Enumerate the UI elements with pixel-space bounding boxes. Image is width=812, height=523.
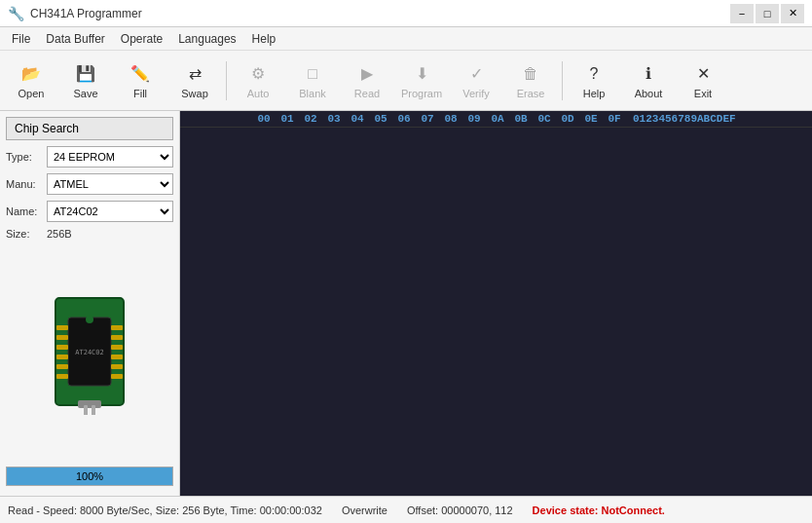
svg-rect-10 [111, 325, 123, 330]
fill-icon: ✏️ [129, 62, 152, 86]
exit-button[interactable]: ✕Exit [678, 56, 728, 106]
blank-label: Blank [299, 88, 326, 99]
swap-icon: ⇄ [183, 62, 206, 86]
menu-item-data-buffer[interactable]: Data Buffer [38, 30, 112, 48]
save-button[interactable]: 💾Save [60, 56, 111, 106]
manu-select[interactable]: ATMEL [47, 173, 173, 195]
header-col-0F: 0F [604, 113, 625, 125]
menu-item-operate[interactable]: Operate [113, 30, 170, 48]
header-col-0C: 0C [534, 113, 555, 125]
help-label: Help [583, 88, 606, 99]
offset-info: Offset: 00000070, 112 [407, 504, 513, 516]
svg-rect-4 [56, 325, 68, 330]
save-icon: 💾 [74, 62, 97, 86]
overwrite-status: Overwrite [342, 504, 388, 516]
header-col-0B: 0B [510, 113, 532, 125]
erase-button: 🗑Erase [505, 56, 556, 106]
name-row: Name: AT24C02 [6, 201, 173, 222]
toolbar: 📂Open💾Save✏️Fill⇄Swap⚙Auto□Blank▶Read⬇Pr… [0, 51, 812, 111]
menu-bar: FileData BufferOperateLanguagesHelp [0, 27, 812, 51]
header-col-03: 03 [323, 113, 345, 125]
program-icon: ⬇ [410, 62, 433, 86]
main-content: Chip Search Type: 24 EEPROM Manu: ATMEL … [0, 111, 812, 496]
fill-button[interactable]: ✏️Fill [115, 56, 166, 106]
erase-icon: 🗑 [519, 62, 542, 86]
close-button[interactable]: ✕ [781, 4, 804, 23]
exit-label: Exit [694, 88, 712, 99]
read-button: ▶Read [342, 56, 392, 106]
svg-rect-18 [92, 405, 95, 415]
title-bar-controls: − □ ✕ [730, 4, 804, 23]
menu-item-languages[interactable]: Languages [170, 30, 243, 48]
type-row: Type: 24 EEPROM [6, 146, 173, 168]
verify-icon: ✓ [464, 62, 488, 86]
type-select[interactable]: 24 EEPROM [47, 146, 173, 168]
header-col-05: 05 [370, 113, 391, 125]
help-button[interactable]: ?Help [569, 56, 619, 106]
menu-item-file[interactable]: File [4, 30, 38, 48]
fill-label: Fill [133, 88, 147, 99]
minimize-button[interactable]: − [730, 4, 754, 23]
device-state: Device state: NotConnect. [533, 504, 665, 516]
save-label: Save [73, 88, 97, 99]
exit-icon: ✕ [691, 62, 715, 86]
auto-button: ⚙Auto [233, 56, 283, 106]
type-label: Type: [6, 151, 43, 163]
size-value: 256B [47, 228, 173, 240]
chip-search-button[interactable]: Chip Search [6, 117, 173, 140]
maximize-button[interactable]: □ [756, 4, 779, 23]
about-label: About [635, 88, 663, 99]
status-bar: Read - Speed: 8000 Byte/Sec, Size: 256 B… [0, 496, 812, 523]
header-col-02: 02 [300, 113, 321, 125]
progress-container: 100% [6, 467, 173, 486]
size-label: Size: [6, 228, 43, 240]
toolbar-separator-1 [226, 61, 227, 100]
svg-rect-16 [78, 400, 101, 408]
title-bar-left: 🔧 CH341A Programmer [8, 6, 142, 21]
read-info: Read - Speed: 8000 Byte/Sec, Size: 256 B… [8, 504, 322, 516]
name-label: Name: [6, 205, 43, 217]
hex-body[interactable] [180, 128, 812, 496]
svg-rect-7 [56, 355, 68, 359]
swap-button[interactable]: ⇄Swap [169, 56, 220, 106]
svg-rect-15 [111, 374, 123, 379]
header-col-06: 06 [393, 113, 415, 125]
header-col-07: 07 [417, 113, 438, 125]
toolbar-separator-2 [562, 61, 563, 100]
header-ascii: 0123456789ABCDEF [633, 113, 736, 125]
svg-text:AT24C02: AT24C02 [75, 349, 104, 356]
left-panel: Chip Search Type: 24 EEPROM Manu: ATMEL … [0, 111, 180, 496]
header-col-00: 00 [253, 113, 275, 125]
swap-label: Swap [181, 88, 208, 99]
svg-rect-17 [84, 405, 88, 415]
auto-icon: ⚙ [246, 62, 270, 86]
about-icon: ℹ [637, 62, 660, 86]
name-select[interactable]: AT24C02 [47, 201, 173, 222]
svg-rect-14 [111, 364, 123, 369]
svg-rect-12 [111, 345, 123, 350]
blank-icon: □ [301, 62, 324, 86]
erase-label: Erase [517, 88, 545, 99]
open-button[interactable]: 📂Open [6, 56, 56, 106]
header-col-01: 01 [277, 113, 298, 125]
svg-point-2 [86, 316, 93, 323]
svg-rect-5 [56, 335, 68, 340]
svg-rect-6 [56, 345, 68, 350]
app-icon: 🔧 [8, 6, 24, 21]
header-col-09: 09 [463, 113, 485, 125]
svg-rect-13 [111, 355, 123, 359]
program-label: Program [401, 88, 442, 99]
menu-item-help[interactable]: Help [244, 30, 284, 48]
about-button[interactable]: ℹAbout [623, 56, 674, 106]
hex-editor: 000102030405060708090A0B0C0D0E0F 0123456… [180, 111, 812, 496]
svg-rect-9 [56, 374, 68, 379]
header-col-08: 08 [440, 113, 461, 125]
manu-label: Manu: [6, 178, 43, 190]
program-button: ⬇Program [396, 56, 447, 106]
app-title: CH341A Programmer [30, 7, 142, 20]
verify-label: Verify [462, 88, 490, 99]
header-addr [180, 113, 253, 125]
header-col-0A: 0A [487, 113, 508, 125]
header-col-0E: 0E [580, 113, 602, 125]
help-icon: ? [582, 62, 606, 86]
